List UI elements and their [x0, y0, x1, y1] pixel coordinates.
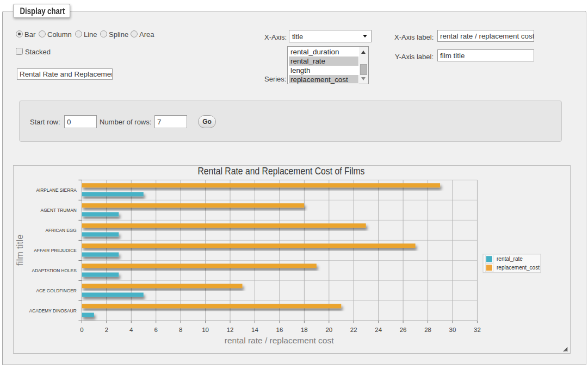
svg-text:26: 26: [400, 327, 407, 333]
svg-text:Rental Rate and Replacement Co: Rental Rate and Replacement Cost of Film…: [198, 166, 365, 177]
svg-text:ACADEMY DINOSAUR: ACADEMY DINOSAUR: [29, 308, 77, 313]
svg-text:12: 12: [227, 327, 234, 333]
svg-text:28: 28: [424, 327, 431, 333]
svg-text:16: 16: [276, 327, 283, 333]
svg-text:8: 8: [179, 327, 182, 333]
svg-text:18: 18: [301, 327, 308, 333]
svg-text:replacement_cost: replacement_cost: [497, 265, 540, 271]
svg-text:6: 6: [154, 327, 158, 333]
svg-text:rental rate / replacement cost: rental rate / replacement cost: [225, 336, 334, 345]
svg-text:AFRICAN EGG: AFRICAN EGG: [46, 227, 77, 233]
svg-text:ADAPTATION HOLES: ADAPTATION HOLES: [32, 267, 77, 273]
svg-text:4: 4: [129, 327, 133, 333]
svg-text:AIRPLANE SIERRA: AIRPLANE SIERRA: [36, 187, 77, 193]
svg-text:30: 30: [449, 327, 456, 333]
svg-text:14: 14: [251, 327, 258, 333]
svg-text:2: 2: [105, 327, 108, 333]
svg-text:24: 24: [375, 327, 382, 333]
svg-text:film title: film title: [15, 234, 24, 266]
svg-text:rental_rate: rental_rate: [497, 256, 523, 262]
svg-text:10: 10: [202, 327, 209, 333]
svg-text:ACE GOLDFINGER: ACE GOLDFINGER: [36, 287, 76, 293]
svg-text:32: 32: [474, 327, 481, 333]
svg-text:20: 20: [325, 327, 332, 333]
svg-text:AFFAIR PREJUDICE: AFFAIR PREJUDICE: [34, 247, 77, 253]
svg-text:22: 22: [350, 327, 357, 333]
svg-text:0: 0: [80, 327, 83, 333]
svg-text:AGENT TRUMAN: AGENT TRUMAN: [41, 207, 77, 213]
